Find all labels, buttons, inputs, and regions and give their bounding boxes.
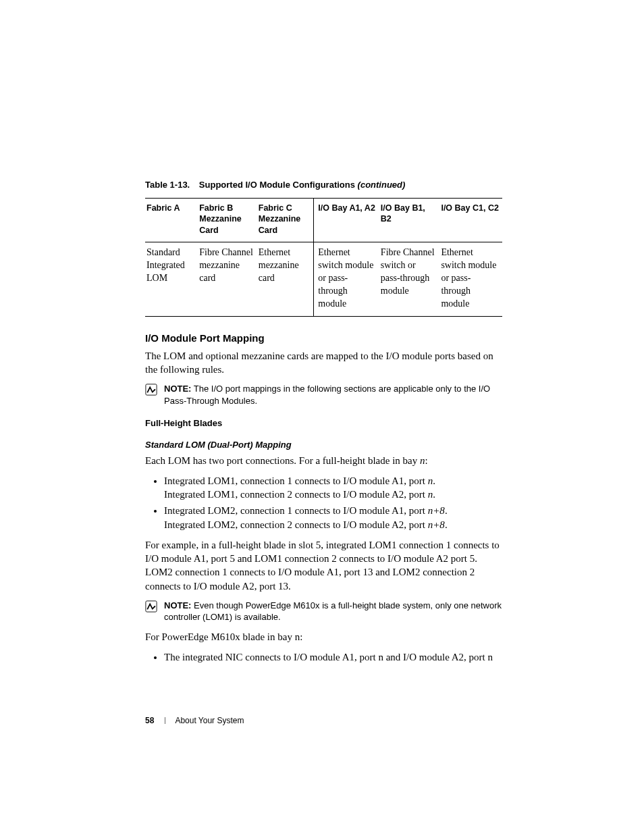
nic-bullet-list: The integrated NIC connects to I/O modul…: [145, 650, 502, 664]
list-item: Integrated LOM2, connection 1 connects t…: [164, 504, 502, 531]
list-item: The integrated NIC connects to I/O modul…: [164, 650, 502, 664]
note-body: The I/O port mappings in the following s…: [164, 384, 490, 406]
note-text: NOTE: Even though PowerEdge M610x is a f…: [164, 600, 502, 623]
note-body: Even though PowerEdge M610x is a full-he…: [164, 600, 502, 623]
note-icon: [145, 600, 157, 613]
table-header-row: Fabric A Fabric B Mezzanine Card Fabric …: [145, 198, 502, 242]
footer-divider: [165, 717, 165, 724]
cell: Fibre Channel mezzanine card: [198, 242, 257, 316]
cell: Ethernet mezzanine card: [257, 242, 314, 316]
col-fabric-c: Fabric C Mezzanine Card: [257, 198, 314, 242]
col-fabric-b: Fabric B Mezzanine Card: [198, 198, 257, 242]
note-label: NOTE:: [164, 600, 191, 610]
io-config-table: Fabric A Fabric B Mezzanine Card Fabric …: [145, 198, 502, 317]
m610x-paragraph: For PowerEdge M610x blade in bay n:: [145, 630, 502, 644]
col-bay-c: I/O Bay C1, C2: [439, 198, 502, 242]
note-block: NOTE: Even though PowerEdge M610x is a f…: [145, 600, 502, 623]
table-caption: Table 1-13. Supported I/O Module Configu…: [145, 179, 502, 191]
cell: Standard Integrated LOM: [145, 242, 198, 316]
table-number: Table 1-13.: [145, 180, 190, 190]
cell: Fibre Channel switch or pass-through mod…: [379, 242, 440, 316]
footer-section: About Your System: [175, 716, 244, 725]
table-row: Standard Integrated LOM Fibre Channel me…: [145, 242, 502, 316]
col-fabric-a: Fabric A: [145, 198, 198, 242]
col-bay-b: I/O Bay B1, B2: [379, 198, 440, 242]
example-paragraph: For example, in a full-height blade in s…: [145, 538, 502, 593]
document-page: Table 1-13. Supported I/O Module Configu…: [0, 0, 644, 834]
var-n: n: [420, 455, 425, 466]
cell: Ethernet switch module or pass-through m…: [439, 242, 502, 316]
subheading-standard-lom: Standard LOM (Dual-Port) Mapping: [145, 439, 502, 451]
intro-paragraph: The LOM and optional mezzanine cards are…: [145, 349, 502, 377]
page-number: 58: [145, 716, 154, 725]
cell: Ethernet switch module or pass-through m…: [314, 242, 379, 316]
section-heading: I/O Module Port Mapping: [145, 332, 502, 345]
lom-intro: Each LOM has two port connections. For a…: [145, 454, 502, 467]
note-text: NOTE: The I/O port mappings in the follo…: [164, 383, 502, 407]
lom-bullet-list: Integrated LOM1, connection 1 connects t…: [145, 474, 502, 531]
note-label: NOTE:: [164, 384, 191, 394]
page-footer: 58 About Your System: [145, 715, 244, 726]
note-icon: [145, 384, 157, 396]
col-bay-a: I/O Bay A1, A2: [314, 198, 379, 242]
list-item: Integrated LOM1, connection 1 connects t…: [164, 474, 502, 502]
table-title: Supported I/O Module Configurations (con…: [199, 180, 405, 190]
note-block: NOTE: The I/O port mappings in the follo…: [145, 383, 502, 407]
subheading-full-height: Full-Height Blades: [145, 417, 502, 429]
